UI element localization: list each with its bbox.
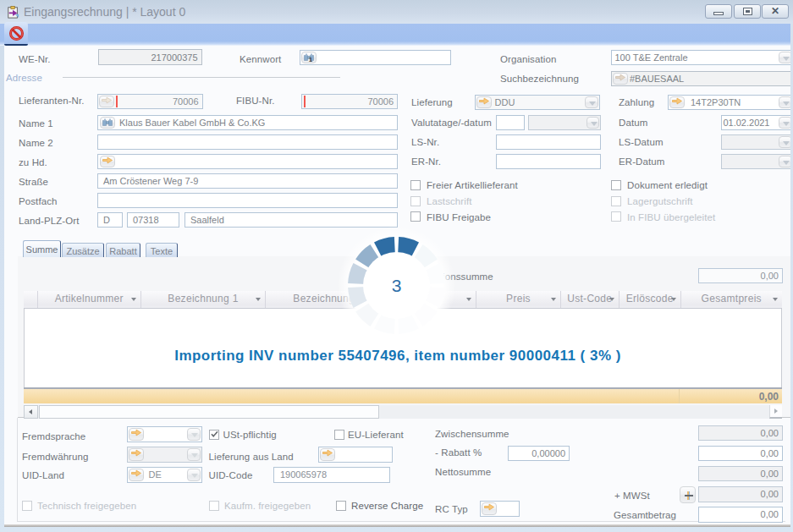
svg-text:1: 1	[309, 55, 313, 62]
svg-text:3: 3	[392, 276, 402, 295]
